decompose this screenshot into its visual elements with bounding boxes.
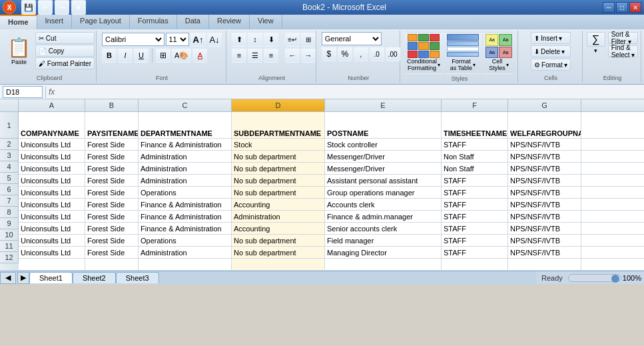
cell-e7[interactable]: Accounts clerk [325, 199, 442, 210]
cell-f4[interactable]: Non Staff [442, 163, 508, 174]
cell-d9[interactable]: Accounting [232, 223, 325, 234]
cell-e11[interactable]: Managing Director [325, 247, 442, 258]
merge-button[interactable]: ⊞ [301, 32, 316, 47]
cell-g6[interactable]: NPS/NSF/IVTB [508, 187, 581, 198]
row-header-3[interactable]: 3 [0, 150, 19, 161]
cell-b1[interactable]: PAYSITENAME [85, 112, 139, 138]
cell-d8[interactable]: Administration [232, 211, 325, 222]
cell-g1[interactable]: WELFAREGROUPNA [508, 112, 581, 138]
underline-button[interactable]: U [134, 48, 149, 63]
format-painter-button[interactable]: 🖌 Format Painter [35, 57, 95, 69]
tab-page-layout[interactable]: Page Layout [72, 15, 130, 29]
tab-view[interactable]: View [250, 15, 282, 29]
font-color-button[interactable]: A [192, 48, 207, 63]
cell-d4[interactable]: No sub department [232, 163, 325, 174]
cell-b8[interactable]: Forest Side [85, 211, 139, 222]
office-button[interactable]: X [3, 1, 16, 14]
cell-c9[interactable]: Finance & Administration [139, 223, 232, 234]
autosum-button[interactable]: ∑ [587, 32, 605, 47]
font-size-select[interactable]: 11 [166, 33, 190, 46]
number-format-select[interactable]: General [322, 32, 382, 45]
cell-f8[interactable]: STAFF [442, 211, 508, 222]
row-header-4[interactable]: 4 [0, 161, 19, 173]
delete-cells-button[interactable]: ⬇ Delete ▾ [531, 45, 571, 57]
cut-button[interactable]: ✂ Cut [35, 32, 95, 44]
cell-a5[interactable]: Uniconsults Ltd [19, 175, 85, 186]
col-header-a[interactable]: A [19, 99, 85, 111]
cell-a12[interactable] [19, 259, 85, 270]
cell-b7[interactable]: Forest Side [85, 199, 139, 210]
bold-button[interactable]: B [102, 48, 117, 63]
increase-font-button[interactable]: A↑ [190, 32, 206, 47]
decrease-indent-button[interactable]: ← [285, 48, 300, 63]
increase-decimal-button[interactable]: .00 [386, 47, 400, 61]
cell-a10[interactable]: Uniconsults Ltd [19, 235, 85, 246]
cell-e3[interactable]: Messenger/Driver [325, 151, 442, 162]
row-header-1[interactable]: 1 [0, 112, 19, 139]
cell-b5[interactable]: Forest Side [85, 175, 139, 186]
cell-d2[interactable]: Stock [232, 139, 325, 150]
cell-e8[interactable]: Finance & admin.manager [325, 211, 442, 222]
row-header-5[interactable]: 5 [0, 173, 19, 184]
cell-b4[interactable]: Forest Side [85, 163, 139, 174]
row-header-11[interactable]: 11 [0, 241, 19, 252]
cell-styles-button[interactable]: Aa Aa Aa Aa CellStyles ▾ [483, 32, 514, 74]
cell-d11[interactable]: No sub department [232, 247, 325, 258]
align-middle-button[interactable]: ↕ [248, 32, 262, 47]
sheet-tab-sheet2[interactable]: Sheet2 [73, 272, 116, 283]
col-header-d[interactable]: D [232, 99, 325, 111]
cell-f6[interactable]: STAFF [442, 187, 508, 198]
cell-b10[interactable]: Forest Side [85, 235, 139, 246]
copy-button[interactable]: 📄 Copy [35, 45, 95, 57]
cell-f2[interactable]: STAFF [442, 139, 508, 150]
maximize-button[interactable]: □ [616, 2, 628, 13]
find-select-button[interactable]: Find &Select ▾ [608, 45, 639, 57]
cell-a8[interactable]: Uniconsults Ltd [19, 211, 85, 222]
tab-review[interactable]: Review [209, 15, 250, 29]
cell-g8[interactable]: NPS/NSF/IVTB [508, 211, 581, 222]
formula-input[interactable] [57, 86, 641, 98]
tab-data[interactable]: Data [177, 15, 209, 29]
cell-a3[interactable]: Uniconsults Ltd [19, 151, 85, 162]
cell-f1[interactable]: TIMESHEETNAME [442, 112, 508, 138]
insert-cells-button[interactable]: ⬆ Insert ▾ [531, 32, 571, 44]
font-name-select[interactable]: Calibri [102, 33, 164, 46]
cell-d12[interactable] [232, 259, 325, 270]
cell-g2[interactable]: NPS/NSF/IVTB [508, 139, 581, 150]
cell-a9[interactable]: Uniconsults Ltd [19, 223, 85, 234]
cell-c4[interactable]: Administration [139, 163, 232, 174]
format-cells-button[interactable]: ⚙ Format ▾ [531, 59, 571, 71]
row-header-8[interactable]: 8 [0, 207, 19, 218]
col-header-c[interactable]: C [139, 99, 232, 111]
col-header-b[interactable]: B [85, 99, 139, 111]
align-bottom-button[interactable]: ⬇ [264, 32, 278, 47]
cell-g9[interactable]: NPS/NSF/IVTB [508, 223, 581, 234]
fill-color-button[interactable]: A🎨 [172, 48, 191, 63]
cell-c11[interactable]: Administration [139, 247, 232, 258]
cell-b3[interactable]: Forest Side [85, 151, 139, 162]
row-header-10[interactable]: 10 [0, 229, 19, 241]
align-center-button[interactable]: ☰ [248, 48, 262, 63]
wrap-text-button[interactable]: ≡↵ [285, 32, 300, 47]
cell-d3[interactable]: No sub department [232, 151, 325, 162]
cell-f11[interactable]: STAFF [442, 247, 508, 258]
cell-c5[interactable]: Administration [139, 175, 232, 186]
cell-c8[interactable]: Finance & Administration [139, 211, 232, 222]
align-top-button[interactable]: ⬆ [232, 32, 246, 47]
cell-g11[interactable]: NPS/NSF/IVTB [508, 247, 581, 258]
cell-d6[interactable]: No sub department [232, 187, 325, 198]
cell-a11[interactable]: Uniconsults Ltd [19, 247, 85, 258]
decrease-decimal-button[interactable]: .0 [370, 47, 384, 61]
cell-g4[interactable]: NPS/NSF/IVTB [508, 163, 581, 174]
comma-button[interactable]: , [354, 47, 368, 61]
cell-f10[interactable]: STAFF [442, 235, 508, 246]
increase-indent-button[interactable]: → [301, 48, 316, 63]
italic-button[interactable]: I [118, 48, 133, 63]
cell-f7[interactable]: STAFF [442, 199, 508, 210]
zoom-slider[interactable] [568, 274, 621, 282]
cell-b6[interactable]: Forest Side [85, 187, 139, 198]
paste-button[interactable]: 📋 Paste [4, 33, 34, 68]
cell-g5[interactable]: NPS/NSF/IVTB [508, 175, 581, 186]
row-header-6[interactable]: 6 [0, 184, 19, 195]
cell-f3[interactable]: Non Staff [442, 151, 508, 162]
